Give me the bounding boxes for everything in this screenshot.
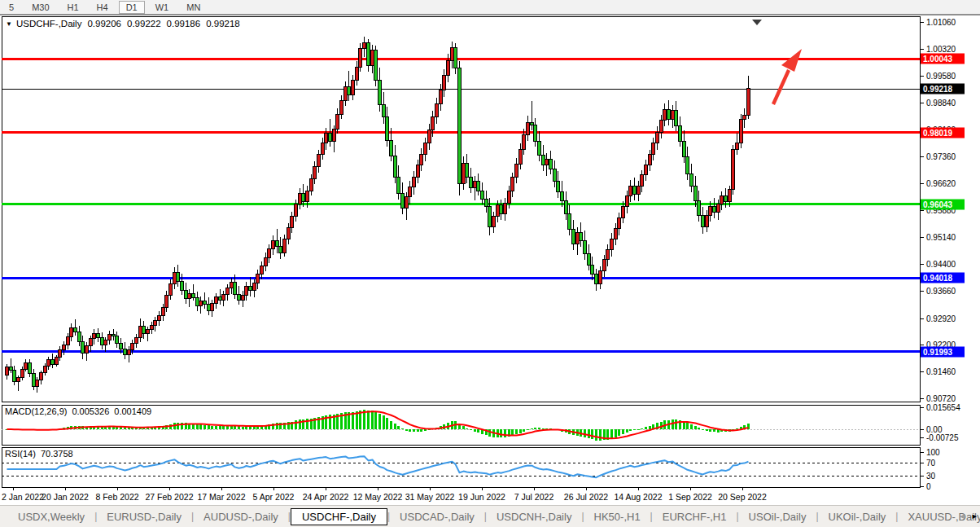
chart-title[interactable]: ▼USDCHF-,Daily0.992060.992220.991860.992… xyxy=(6,19,240,29)
macd-histogram-bar xyxy=(626,429,628,433)
macd-histogram-bar xyxy=(203,425,206,429)
date-label: 14 Aug 2022 xyxy=(615,492,663,502)
macd-histogram-bar xyxy=(470,429,472,430)
candle-body xyxy=(279,247,282,253)
symbol-dropdown-icon[interactable]: ▼ xyxy=(6,20,12,28)
candle-body xyxy=(637,186,641,194)
rsi-line xyxy=(7,456,749,477)
date-label: 8 Feb 2022 xyxy=(95,492,138,502)
macd-histogram-bar xyxy=(588,429,590,438)
tab-usdchf-daily[interactable]: USDCHF-,Daily xyxy=(291,508,387,525)
price-tick-label: 0.91460 xyxy=(926,367,956,376)
macd-histogram-bar xyxy=(474,429,476,432)
tab-ukoil-daily[interactable]: UKOil-,Daily xyxy=(819,509,896,525)
candle-body xyxy=(458,68,462,183)
price-axis[interactable]: 1.010601.003200.995800.988400.981000.973… xyxy=(920,0,980,505)
tab-eurusd-daily[interactable]: EURUSD-,Daily xyxy=(97,509,191,525)
price-tick-label: 0.92920 xyxy=(926,314,956,323)
candle-body xyxy=(81,341,85,354)
candle-body xyxy=(367,43,370,66)
level-price-tag-0.96043: 0.96043 xyxy=(921,200,965,210)
candle-body xyxy=(420,154,423,165)
candle-body xyxy=(417,165,420,177)
macd-histogram-bar xyxy=(131,428,133,429)
level-price-tag-1.00043: 1.00043 xyxy=(921,54,965,64)
macd-histogram-bar xyxy=(413,429,415,432)
macd-histogram-bar xyxy=(706,429,708,431)
tab-scroll-left-icon[interactable]: ◂ xyxy=(960,509,965,522)
rsi-axis-label: 70 xyxy=(926,459,935,468)
macd-histogram-bar xyxy=(713,429,715,432)
candle-body xyxy=(409,187,412,197)
candle-body xyxy=(451,47,454,61)
candle-body xyxy=(488,207,492,227)
macd-histogram-bar xyxy=(420,429,422,432)
candle-body xyxy=(158,316,161,321)
candle-body xyxy=(683,141,686,156)
candle-body xyxy=(413,177,416,187)
macd-histogram-bar xyxy=(124,428,126,429)
candle-body xyxy=(508,191,511,203)
chart-tab-bar: USDX,Weekly|EURUSD-,Daily|AUDUSD-,Daily|… xyxy=(0,505,980,527)
candle-body xyxy=(256,274,260,283)
macd-histogram-bar xyxy=(527,429,529,430)
candle-body xyxy=(405,197,409,208)
candle-body xyxy=(743,116,746,119)
macd-histogram-bar xyxy=(367,411,370,429)
ohlc-low: 0.99186 xyxy=(167,19,201,29)
tab-usdcnh-daily[interactable]: USDCNH-,Daily xyxy=(487,509,581,525)
current-price-tag: 0.99218 xyxy=(921,84,965,94)
candle-body xyxy=(165,295,168,308)
tab-eurchf-h1[interactable]: EURCHF-,H1 xyxy=(653,509,737,525)
candle-body xyxy=(215,297,218,304)
candle-body xyxy=(363,43,366,49)
macd-histogram-bar xyxy=(702,429,704,430)
macd-histogram-bar xyxy=(649,426,651,429)
rsi-axis-label: 0 xyxy=(926,482,931,491)
tab-hk50-h1[interactable]: HK50-,H1 xyxy=(584,509,650,525)
candle-body xyxy=(336,114,339,129)
candle-body xyxy=(497,205,500,216)
candle-body xyxy=(713,207,716,213)
candle-body xyxy=(249,286,252,290)
candle-body xyxy=(154,321,157,326)
candle-body xyxy=(222,294,225,300)
candle-body xyxy=(33,373,36,386)
macd-histogram-bar xyxy=(211,426,213,429)
candle-body xyxy=(511,178,514,191)
macd-histogram-bar xyxy=(409,429,411,432)
candle-body xyxy=(63,345,66,350)
tab-audusd-daily[interactable]: AUDUSD-,Daily xyxy=(194,509,288,525)
macd-histogram-bar xyxy=(633,429,636,430)
candle-body xyxy=(97,333,100,337)
candle-body xyxy=(59,349,62,357)
macd-histogram-bar xyxy=(694,426,697,429)
candle-body xyxy=(313,167,317,179)
macd-histogram-bar xyxy=(177,423,179,429)
tab-usdx-weekly[interactable]: USDX,Weekly xyxy=(8,509,94,525)
macd-histogram-bar xyxy=(504,429,506,437)
price-tick-label: 0.94400 xyxy=(926,260,956,269)
macd-histogram-bar xyxy=(645,427,647,429)
candle-body xyxy=(93,333,96,339)
candle-body xyxy=(356,67,359,81)
macd-histogram-bar xyxy=(477,429,479,433)
chart-canvas[interactable] xyxy=(0,0,980,527)
price-tick-label: 0.90720 xyxy=(926,394,956,403)
tab-usoil-daily[interactable]: USOil-,Daily xyxy=(739,509,816,525)
macd-histogram-bar xyxy=(637,429,640,430)
tab-scroll-right-icon[interactable]: ▸ xyxy=(972,509,977,522)
candle-body xyxy=(622,207,625,217)
candle-body xyxy=(728,190,732,202)
tab-usdcad-daily[interactable]: USDCAD-,Daily xyxy=(390,509,484,525)
macd-histogram-bar xyxy=(531,428,533,429)
candle-body xyxy=(147,330,150,333)
macd-histogram-bar xyxy=(542,428,545,429)
candle-body xyxy=(447,61,450,76)
time-axis[interactable]: 2 Jan 202220 Jan 20228 Feb 202227 Feb 20… xyxy=(0,490,920,503)
candle-body xyxy=(40,373,43,380)
macd-histogram-bar xyxy=(595,429,597,441)
candle-body xyxy=(112,334,116,336)
candle-body xyxy=(401,193,405,208)
candle-body xyxy=(135,338,138,344)
